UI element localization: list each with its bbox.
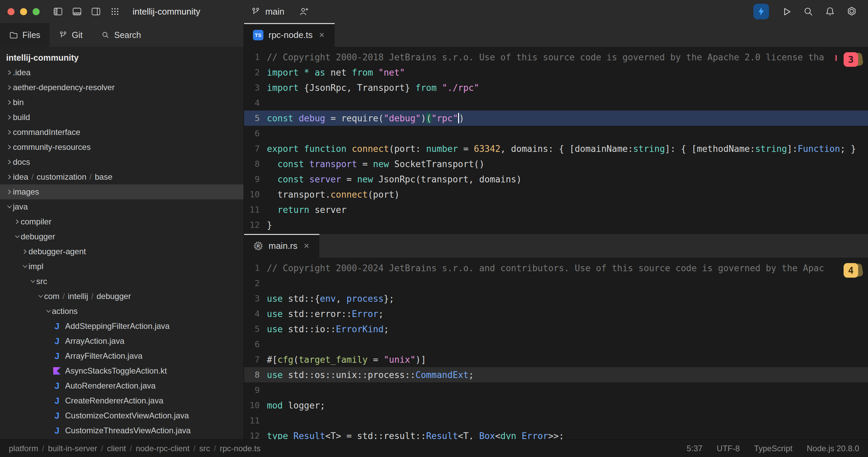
tree-item-build[interactable]: build (0, 110, 243, 125)
run-button[interactable] (781, 6, 792, 17)
tree-item-customizethreadsviewaction-java[interactable]: JCustomizeThreadsViewAction.java (0, 423, 243, 438)
token (299, 144, 304, 154)
tree-item-docs[interactable]: docs (0, 155, 243, 170)
token (267, 159, 277, 169)
tree-item-arrayfilteraction-java[interactable]: JArrayFilterAction.java (0, 349, 243, 363)
search-button[interactable] (803, 6, 814, 17)
chevron-right-icon (6, 159, 13, 165)
tree-item-customizecontextviewaction-java[interactable]: JCustomizeContextViewAction.java (0, 408, 243, 423)
tree-item-src[interactable]: src (0, 274, 243, 289)
tree-item-images[interactable]: images (0, 184, 243, 199)
toggle-right-panel-button[interactable] (90, 6, 102, 17)
status-widgets: 5:37UTF-8TypeScriptNode.js 20.8.0 (687, 444, 859, 453)
sidebar-tab-files[interactable]: Files (0, 23, 50, 47)
status-runtime[interactable]: Node.js 20.8.0 (807, 444, 859, 453)
tree-item-idea-customization-base[interactable]: idea/customization/base (0, 170, 243, 184)
tree-item-bin[interactable]: bin (0, 95, 243, 110)
tree-item-java[interactable]: java (0, 199, 243, 214)
tab-main-rs[interactable]: Rmain.rs (244, 234, 319, 258)
git-branch-widget[interactable]: main (251, 6, 284, 17)
token: net (325, 67, 352, 78)
sidebar-tab-search[interactable]: Search (92, 23, 150, 47)
token: = (458, 144, 474, 154)
sidebar-tab-label: Files (22, 30, 40, 40)
token (267, 174, 277, 184)
line-number: 10 (244, 400, 260, 410)
status-language[interactable]: TypeScript (754, 444, 792, 453)
rust-file-icon: R (253, 241, 263, 251)
zoom-window-button[interactable] (33, 8, 40, 15)
token: CommandExt (415, 370, 469, 380)
close-tab-icon[interactable] (302, 242, 311, 250)
breadcrumb-src[interactable]: src (199, 444, 210, 453)
tree-item-asyncstackstoggleaction-kt[interactable]: AsyncStacksToggleAction.kt (0, 363, 243, 378)
window-controls (7, 8, 40, 15)
tree-item-label: images (13, 187, 39, 197)
toggle-bottom-panel-button[interactable] (71, 6, 83, 17)
settings-button[interactable] (846, 6, 857, 17)
token: "net" (378, 67, 405, 78)
breadcrumb-platform[interactable]: platform (9, 444, 38, 453)
token (288, 431, 294, 440)
minimize-window-button[interactable] (20, 8, 27, 15)
sidebar-tab-git[interactable]: Git (50, 23, 92, 47)
problems-badge-stack[interactable]: 4 (844, 263, 863, 279)
breadcrumb-built-in-server[interactable]: built-in-server (48, 444, 97, 453)
line-number: 2 (244, 67, 260, 77)
token (299, 67, 304, 78)
toggle-left-panel-button[interactable] (52, 6, 64, 17)
smart-mode-button[interactable] (753, 4, 769, 19)
tree-item-actions[interactable]: actions (0, 304, 243, 319)
token: server (309, 205, 347, 215)
tree-item-label: AsyncStacksToggleAction.kt (65, 366, 167, 376)
tab-rpc-node-ts[interactable]: TSrpc-node.ts (244, 23, 335, 47)
problems-badge-stack[interactable]: 3 (844, 52, 863, 68)
line-number: 1 (244, 52, 260, 62)
close-tab-icon[interactable] (318, 31, 326, 39)
collaborate-button[interactable] (298, 6, 310, 17)
editor-main-rs[interactable]: 1// Copyright 2000-2024 JetBrains s.r.o.… (244, 258, 868, 439)
tree-item-arrayaction-java[interactable]: JArrayAction.java (0, 334, 243, 349)
tree-item-debugger[interactable]: debugger (0, 229, 243, 244)
tree-item-addsteppingfilteraction-java[interactable]: JAddSteppingFilterAction.java (0, 319, 243, 334)
line-number: 7 (244, 355, 260, 364)
toolbar: intellij-community main (0, 0, 868, 23)
breadcrumb-client[interactable]: client (107, 444, 126, 453)
workspaces-button[interactable] (109, 6, 121, 17)
errors-count-badge[interactable]: 3 (844, 52, 858, 67)
tree-item-compiler[interactable]: compiler (0, 214, 243, 229)
tree-item-label: AutoRendererAction.java (65, 381, 156, 391)
warnings-count-badge[interactable]: 4 (844, 263, 858, 278)
token (373, 67, 378, 78)
token: Result (426, 431, 458, 440)
token (304, 159, 310, 169)
tree-item-com-intellij-debugger[interactable]: com/intellij/debugger (0, 289, 243, 304)
token (437, 83, 442, 93)
tree-item-idea[interactable]: .idea (0, 65, 243, 80)
breadcrumb-rpc-node-ts[interactable]: rpc-node.ts (220, 444, 260, 453)
code-text: use std::io::ErrorKind; (267, 324, 389, 334)
tree-item-debugger-agent[interactable]: debugger-agent (0, 244, 243, 259)
tree-item-aether-dependency-resolver[interactable]: aether-dependency-resolver (0, 80, 243, 95)
tree-item-community-resources[interactable]: community-resources (0, 140, 243, 155)
line-number: 9 (244, 174, 260, 184)
token: 63342 (474, 144, 500, 154)
token: use (267, 324, 283, 334)
token: from (415, 83, 437, 93)
tree-item-impl[interactable]: impl (0, 259, 243, 274)
status-caret-position[interactable]: 5:37 (687, 444, 703, 453)
chevron-right-icon (6, 114, 13, 121)
notifications-button[interactable] (824, 6, 836, 17)
breadcrumb-node-rpc-client[interactable]: node-rpc-client (136, 444, 190, 453)
editor-rpc-node-ts[interactable]: 1// Copyright 2000-2018 JetBrains s.r.o.… (244, 47, 868, 234)
token: ; (378, 309, 384, 319)
tree-item-autorendereraction-java[interactable]: JAutoRendererAction.java (0, 378, 243, 393)
token: connect (352, 144, 389, 154)
chevron-right-icon (6, 129, 13, 136)
token: string (755, 144, 787, 154)
status-encoding[interactable]: UTF-8 (717, 444, 740, 453)
branch-name: main (265, 6, 284, 17)
close-window-button[interactable] (7, 8, 15, 15)
tree-item-commandinterface[interactable]: commandInterface (0, 125, 243, 140)
tree-item-createrendereraction-java[interactable]: JCreateRendererAction.java (0, 393, 243, 408)
